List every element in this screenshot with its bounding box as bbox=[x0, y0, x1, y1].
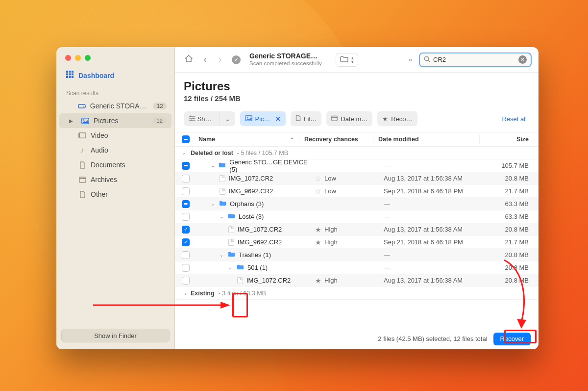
reset-filters-button[interactable]: Reset all bbox=[502, 115, 530, 123]
home-icon[interactable] bbox=[184, 54, 194, 65]
group-header[interactable]: ⌄ Existing - 3 files / 63.3 MB bbox=[175, 287, 539, 300]
sidebar-item-device[interactable]: Generic STORAGE… 12 bbox=[59, 99, 172, 113]
annotation-arrow-recover bbox=[502, 259, 536, 333]
zoom-window-icon[interactable] bbox=[85, 55, 91, 61]
filter-file[interactable]: Fil… bbox=[291, 111, 322, 126]
minimize-window-icon[interactable] bbox=[75, 55, 81, 61]
search-field[interactable]: ✕ bbox=[419, 52, 532, 67]
table-body: ⌄ Deleted or lost - 5 files / 105.7 MB ⌄… bbox=[175, 147, 539, 300]
row-checkbox[interactable] bbox=[182, 213, 190, 221]
disclosure-icon[interactable]: ⌄ bbox=[182, 150, 187, 156]
filter-show[interactable]: Sh… ⌄ bbox=[184, 111, 235, 126]
status-check-icon: ✓ bbox=[232, 55, 241, 64]
sidebar-item-documents[interactable]: Documents bbox=[59, 157, 172, 172]
svg-rect-5 bbox=[72, 74, 74, 76]
disclosure-icon[interactable]: ⌄ bbox=[211, 201, 216, 207]
row-checkbox[interactable] bbox=[182, 200, 190, 208]
folder-picker[interactable]: ▴▾ bbox=[336, 53, 358, 67]
disclosure-icon[interactable]: ⌄ bbox=[220, 214, 224, 219]
row-date: Sep 21, 2018 at 6:46:18 PM bbox=[384, 238, 485, 246]
row-checkbox[interactable] bbox=[182, 187, 190, 195]
table-row[interactable]: ✓IMG_9692.CR2★HighSep 21, 2018 at 6:46:1… bbox=[175, 236, 539, 249]
table-row[interactable]: IMG_9692.CR2☆LowSep 21, 2018 at 6:46:18 … bbox=[175, 185, 539, 198]
filter-date[interactable]: Date m… bbox=[326, 111, 372, 126]
table-row[interactable]: IMG_1072.CR2☆LowAug 13, 2017 at 1:56:38 … bbox=[175, 172, 539, 185]
back-icon[interactable]: ‹ bbox=[200, 54, 210, 65]
filter-recovery[interactable]: ★ Reco… bbox=[377, 111, 417, 126]
close-window-icon[interactable] bbox=[65, 55, 71, 61]
table-row[interactable]: ⌄Generic STO…GE DEVICE (5)—105.7 MB bbox=[175, 159, 539, 172]
clear-search-icon[interactable]: ✕ bbox=[518, 55, 527, 64]
row-name: 501 (1) bbox=[247, 264, 268, 271]
group-header[interactable]: ⌄ Deleted or lost - 5 files / 105.7 MB bbox=[175, 147, 539, 159]
disclosure-icon[interactable]: ⌄ bbox=[228, 265, 233, 270]
disclosure-icon[interactable]: ⌄ bbox=[220, 252, 224, 258]
sidebar-footer: Show in Finder bbox=[56, 323, 174, 349]
sidebar-item-other[interactable]: Other bbox=[59, 187, 172, 202]
row-checkbox[interactable] bbox=[182, 264, 190, 272]
row-size: 21.7 MB bbox=[485, 187, 532, 195]
dashboard-icon bbox=[66, 71, 74, 80]
sidebar-item-video[interactable]: Video bbox=[59, 128, 172, 143]
disclosure-icon[interactable]: ⌄ bbox=[211, 163, 216, 168]
sidebar-item-label: Generic STORAGE… bbox=[90, 102, 149, 110]
filter-pictures[interactable]: Pic… ✕ bbox=[240, 111, 286, 126]
page-heading: Pictures 12 files / 254 MB bbox=[175, 73, 539, 104]
audio-icon: ♪ bbox=[78, 146, 87, 154]
sidebar-item-audio[interactable]: ♪ Audio bbox=[59, 143, 172, 157]
col-chance[interactable]: Recovery chances bbox=[304, 136, 373, 143]
annotation-arrow-checkboxes bbox=[93, 300, 235, 310]
disclosure-icon[interactable]: ⌄ bbox=[182, 291, 187, 296]
row-checkbox[interactable]: ✓ bbox=[182, 226, 190, 234]
document-icon bbox=[78, 161, 87, 169]
sliders-icon bbox=[189, 115, 196, 123]
toolbar-subtitle: Scan completed successfully bbox=[249, 60, 322, 67]
search-input[interactable] bbox=[433, 56, 515, 63]
row-checkbox[interactable]: ✓ bbox=[182, 238, 190, 246]
row-date: — bbox=[384, 213, 485, 220]
file-icon bbox=[220, 188, 225, 195]
star-icon: ☆ bbox=[315, 187, 321, 195]
file-icon bbox=[220, 175, 225, 182]
overflow-icon[interactable]: » bbox=[409, 56, 412, 63]
svg-rect-14 bbox=[79, 133, 80, 137]
sidebar-item-archives[interactable]: Archives bbox=[59, 172, 172, 187]
row-name: Trashes (1) bbox=[239, 251, 271, 259]
table-row[interactable]: ⌄Orphans (3)—63.3 MB bbox=[175, 198, 539, 210]
table-row[interactable]: IMG_1072.CR2★HighAug 13, 2017 at 1:56:38… bbox=[175, 274, 539, 287]
drive-icon bbox=[78, 103, 86, 109]
recover-button[interactable]: Recover bbox=[493, 333, 531, 345]
folder-icon bbox=[219, 200, 226, 208]
table-row[interactable]: ⌄Lost4 (3)—63.3 MB bbox=[175, 210, 539, 223]
row-name: IMG_1072.CR2 bbox=[229, 175, 273, 182]
row-chance: ★High bbox=[315, 226, 384, 234]
table-header: Name ⌃ Recovery chances Date modified Si… bbox=[175, 132, 539, 147]
folder-icon bbox=[228, 213, 235, 220]
select-all-checkbox[interactable] bbox=[182, 135, 190, 143]
row-checkbox[interactable] bbox=[182, 277, 190, 285]
col-date[interactable]: Date modified bbox=[378, 136, 479, 143]
svg-point-23 bbox=[190, 115, 191, 117]
document-icon bbox=[295, 115, 301, 123]
filter-label: Sh… bbox=[197, 115, 212, 123]
sort-asc-icon[interactable]: ⌃ bbox=[290, 137, 294, 142]
row-size: 20.8 MB bbox=[485, 226, 532, 233]
row-name: IMG_9692.CR2 bbox=[238, 238, 282, 246]
col-name[interactable]: Name bbox=[198, 136, 215, 143]
show-in-finder-button[interactable]: Show in Finder bbox=[61, 329, 170, 342]
table-row[interactable]: ⌄501 (1)—20.8 MB bbox=[175, 261, 539, 274]
row-checkbox[interactable] bbox=[182, 162, 190, 170]
forward-icon[interactable]: › bbox=[215, 54, 225, 65]
remove-filter-icon[interactable]: ✕ bbox=[275, 115, 281, 123]
table-row[interactable]: ✓IMG_1072.CR2★HighAug 13, 2017 at 1:56:3… bbox=[175, 223, 539, 236]
dashboard-link[interactable]: Dashboard bbox=[56, 67, 174, 85]
table-row[interactable]: ⌄Trashes (1)—20.8 MB bbox=[175, 249, 539, 261]
sidebar-item-pictures[interactable]: ▶ Pictures 12 bbox=[59, 113, 172, 128]
row-checkbox[interactable] bbox=[182, 251, 190, 259]
col-size[interactable]: Size bbox=[485, 136, 532, 143]
row-size: 63.3 MB bbox=[485, 200, 532, 208]
svg-point-12 bbox=[83, 119, 85, 121]
disclosure-icon[interactable]: ▶ bbox=[69, 118, 74, 124]
chevron-down-icon[interactable]: ⌄ bbox=[220, 111, 235, 126]
row-checkbox[interactable] bbox=[182, 175, 190, 182]
